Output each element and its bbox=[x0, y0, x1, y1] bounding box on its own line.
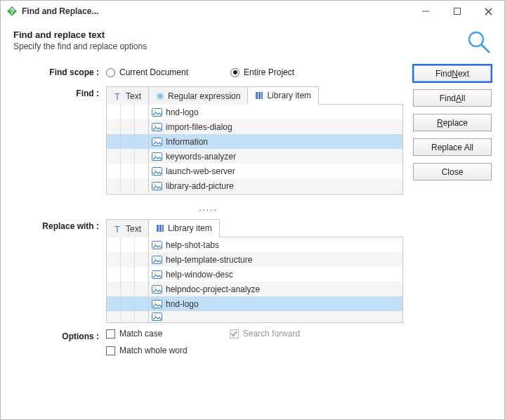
list-item[interactable]: launch-web-server bbox=[107, 164, 402, 178]
list-item[interactable]: hnd-logo bbox=[107, 105, 402, 119]
list-item-label: help-shot-tabs bbox=[164, 240, 219, 250]
find-library-list[interactable]: hnd-logoimport-files-dialogInformationke… bbox=[106, 105, 403, 195]
svg-point-21 bbox=[154, 139, 156, 141]
replace-tabs: T Text Library item bbox=[106, 218, 403, 237]
find-scope-label: Find scope : bbox=[13, 65, 106, 80]
list-item-label: keywords-analyzer bbox=[164, 152, 236, 162]
replace-library-list[interactable]: help-shot-tabshelp-template-structurehel… bbox=[106, 237, 403, 323]
radio-label: Entire Project bbox=[244, 67, 294, 77]
checkbox-icon bbox=[230, 329, 239, 339]
list-item[interactable] bbox=[107, 311, 402, 322]
close-window-button[interactable] bbox=[473, 1, 504, 22]
list-item-label: helpndoc-project-analyze bbox=[164, 284, 260, 294]
list-item[interactable]: help-template-structure bbox=[107, 252, 402, 267]
list-item[interactable]: helpndoc-project-analyze bbox=[107, 282, 402, 296]
tab-replace-library[interactable]: Library item bbox=[148, 219, 220, 237]
svg-point-41 bbox=[154, 301, 156, 303]
svg-point-19 bbox=[154, 124, 156, 126]
svg-point-39 bbox=[154, 287, 156, 289]
library-icon bbox=[255, 91, 263, 100]
list-item[interactable]: library-add-picture bbox=[107, 178, 402, 193]
list-item[interactable]: Information bbox=[107, 134, 402, 149]
row-gutter bbox=[107, 149, 149, 164]
header-subtitle: Specify the find and replace options bbox=[13, 41, 147, 51]
tab-find-text[interactable]: T Text bbox=[106, 86, 149, 105]
list-item-label: hnd-logo bbox=[164, 299, 199, 309]
checkbox-match-case[interactable]: Match case bbox=[106, 329, 188, 339]
svg-text:T: T bbox=[114, 225, 120, 233]
list-item-label: Information bbox=[164, 137, 208, 147]
svg-point-23 bbox=[154, 154, 156, 156]
window-controls bbox=[409, 1, 504, 22]
svg-point-27 bbox=[154, 183, 156, 185]
tab-label: Text bbox=[126, 91, 141, 101]
dialog-window: ? Find and Replace... Find and replace t… bbox=[0, 0, 505, 420]
checkbox-label: Match whole word bbox=[119, 346, 188, 355]
svg-rect-3 bbox=[454, 8, 460, 15]
checkbox-search-forward: Search forward bbox=[230, 329, 300, 339]
list-item-label: launch-web-server bbox=[164, 166, 235, 176]
list-item[interactable]: keywords-analyzer bbox=[107, 149, 402, 164]
svg-text:?: ? bbox=[10, 7, 15, 15]
radio-entire-project[interactable]: Entire Project bbox=[230, 67, 294, 77]
maximize-button[interactable] bbox=[441, 1, 473, 22]
list-item-label: help-template-structure bbox=[164, 255, 252, 265]
row-gutter bbox=[107, 282, 149, 296]
radio-icon bbox=[106, 68, 115, 77]
row-gutter bbox=[107, 178, 149, 193]
image-icon bbox=[149, 167, 164, 176]
checkbox-icon bbox=[106, 329, 115, 339]
checkbox-label: Match case bbox=[119, 329, 162, 339]
list-item[interactable]: help-window-desc bbox=[107, 267, 402, 282]
header-text: Find and replace text Specify the find a… bbox=[13, 29, 147, 51]
tab-label: Library item bbox=[267, 91, 311, 100]
text-icon: T bbox=[114, 92, 122, 100]
list-item-label: hnd-logo bbox=[164, 107, 199, 117]
find-label: Find : bbox=[13, 86, 106, 195]
replace-button[interactable]: Replace bbox=[413, 114, 492, 131]
svg-point-33 bbox=[154, 242, 156, 244]
text-icon: T bbox=[114, 225, 122, 233]
radio-label: Current Document bbox=[119, 67, 188, 77]
svg-point-43 bbox=[154, 315, 156, 317]
header-title: Find and replace text bbox=[13, 29, 147, 40]
image-icon bbox=[149, 300, 164, 308]
library-icon bbox=[156, 224, 164, 232]
tab-find-regex[interactable]: Regular expression bbox=[148, 86, 248, 105]
radio-icon bbox=[230, 68, 240, 77]
svg-rect-31 bbox=[162, 225, 164, 232]
list-item[interactable]: import-files-dialog bbox=[107, 119, 402, 134]
svg-rect-14 bbox=[258, 92, 261, 99]
replace-all-button[interactable]: Replace All bbox=[413, 138, 492, 156]
row-gutter bbox=[107, 119, 149, 134]
list-item-label: help-window-desc bbox=[164, 270, 233, 280]
svg-point-35 bbox=[154, 257, 156, 259]
close-button[interactable]: Close bbox=[413, 163, 492, 181]
svg-text:T: T bbox=[114, 92, 120, 100]
list-item[interactable]: hnd-logo bbox=[107, 296, 402, 311]
svg-rect-15 bbox=[261, 92, 263, 99]
image-icon bbox=[149, 241, 164, 249]
svg-rect-30 bbox=[159, 225, 162, 232]
list-item-label: library-add-picture bbox=[164, 181, 234, 191]
svg-point-17 bbox=[154, 110, 156, 112]
image-icon bbox=[149, 285, 164, 294]
tab-label: Library item bbox=[168, 223, 212, 233]
tab-find-library[interactable]: Library item bbox=[247, 86, 319, 105]
checkbox-match-whole-word[interactable]: Match whole word bbox=[106, 346, 188, 355]
image-icon bbox=[149, 108, 164, 117]
svg-rect-13 bbox=[256, 92, 258, 99]
checkbox-icon bbox=[106, 346, 115, 355]
find-next-button[interactable]: Find Next bbox=[413, 65, 492, 82]
options-label: Options : bbox=[13, 329, 106, 355]
list-item[interactable]: help-shot-tabs bbox=[107, 237, 402, 252]
radio-current-document[interactable]: Current Document bbox=[106, 67, 188, 77]
minimize-button[interactable] bbox=[409, 1, 441, 22]
app-icon: ? bbox=[6, 6, 18, 17]
row-gutter bbox=[107, 252, 149, 267]
list-item-label: import-files-dialog bbox=[164, 122, 232, 132]
find-all-button[interactable]: Find All bbox=[413, 89, 492, 107]
image-icon bbox=[149, 152, 164, 161]
row-gutter bbox=[107, 267, 149, 282]
tab-replace-text[interactable]: T Text bbox=[106, 219, 149, 237]
